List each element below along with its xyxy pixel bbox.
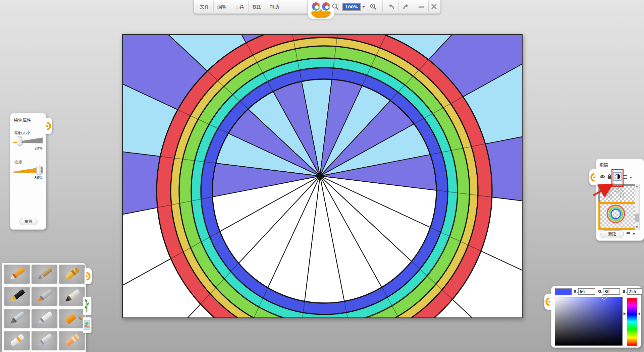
slider-value: 86% — [10, 176, 43, 180]
green-value-field[interactable] — [603, 288, 620, 295]
clown-ear-icon — [590, 173, 595, 182]
tool-ink-brush[interactable] — [59, 287, 85, 306]
tool-palette-panel — [2, 263, 86, 352]
toolbar-separator — [398, 1, 399, 12]
toolbar-separator — [382, 1, 383, 12]
paint-tube-icon — [4, 331, 30, 350]
flat-brush-icon — [32, 287, 57, 306]
close-icon — [430, 3, 438, 10]
zoom-in-icon — [369, 3, 377, 11]
slider-softness[interactable] — [13, 166, 43, 174]
chevron-down-icon — [362, 6, 365, 8]
menu-file[interactable]: 文件 — [196, 0, 213, 13]
annotation-arrow — [589, 182, 617, 198]
crayon-icon — [59, 265, 85, 284]
magic-tools-button[interactable] — [322, 2, 330, 11]
ink-brush-icon — [59, 287, 85, 306]
chevron-down-icon[interactable] — [630, 177, 632, 178]
clown-ear-icon — [545, 297, 550, 306]
tool-pencil[interactable] — [4, 265, 30, 284]
slider-value: 20% — [10, 146, 43, 151]
close-button[interactable] — [428, 1, 440, 13]
hue-marker-left-icon[interactable] — [624, 312, 626, 315]
tool-carving-knife[interactable] — [32, 331, 57, 350]
tool-charcoal-pencil[interactable] — [32, 265, 57, 284]
layer-menu-button[interactable] — [627, 231, 633, 237]
saturation-value-square[interactable] — [555, 297, 623, 346]
app-window: { "toolbar": { "menus": [ {"key":"file",… — [0, 0, 644, 352]
toolbar-separator — [307, 1, 308, 12]
zoom-in-button[interactable] — [368, 1, 379, 13]
undo-icon — [387, 2, 395, 11]
zoom-out-icon — [331, 3, 339, 11]
tool-crayon[interactable] — [59, 265, 85, 284]
reset-button[interactable]: 重置 — [19, 218, 38, 225]
palette-mode-button[interactable] — [312, 2, 320, 11]
zoom-out-button[interactable] — [330, 1, 341, 13]
tool-palette-handle[interactable] — [85, 268, 92, 284]
eye-icon — [599, 174, 605, 180]
minimize-icon — [418, 3, 425, 10]
sticker-icon — [83, 317, 91, 332]
zoom-dropdown-button[interactable] — [362, 5, 366, 9]
drawing-canvas[interactable] — [122, 34, 523, 318]
zoom-level-select[interactable]: 100% — [342, 3, 361, 11]
plant-icon — [83, 297, 91, 314]
slider-brush-size[interactable] — [13, 136, 43, 145]
blue-label: B: — [623, 289, 627, 294]
slider-handle[interactable] — [36, 166, 42, 175]
tool-eraser[interactable] — [59, 331, 85, 350]
slider-label: 笔触大小 — [14, 130, 30, 136]
color-picker-handle[interactable] — [544, 294, 552, 310]
redo-button[interactable] — [399, 1, 413, 13]
red-value-field[interactable] — [578, 288, 595, 295]
color-picker-panel: R: G: B: — [551, 286, 641, 348]
rainbow-wheel-drawing — [123, 35, 522, 317]
layer-item-rainbow-selected[interactable] — [598, 202, 637, 230]
menu-tools[interactable]: 工具 — [231, 0, 248, 13]
plant-stamp-tool-button[interactable] — [83, 297, 92, 315]
pencil-icon — [4, 265, 30, 284]
main-toolbar: 文件编辑工具视图帮助 100% — [194, 0, 441, 14]
toolbar-separator — [414, 1, 414, 12]
sticker-tool-button[interactable] — [83, 317, 92, 333]
scroll-down-icon[interactable] — [636, 226, 638, 228]
chevron-down-icon[interactable] — [633, 233, 635, 235]
new-layer-button[interactable]: 新建 — [600, 230, 624, 238]
color-cursor-icon[interactable] — [602, 295, 607, 300]
blue-value-field[interactable] — [627, 288, 642, 295]
paint-roller-icon — [59, 309, 85, 328]
clown-ear-icon — [46, 122, 51, 130]
current-color-swatch[interactable] — [555, 288, 572, 295]
eraser-icon — [59, 331, 85, 350]
tool-paint-tube[interactable] — [4, 331, 30, 350]
tool-paint-roller[interactable] — [59, 309, 85, 328]
panel-title: 图层 — [599, 162, 608, 168]
menu-view[interactable]: 视图 — [248, 0, 266, 13]
zoom-level-value: 100% — [343, 4, 360, 10]
layer-visibility-button[interactable] — [599, 174, 605, 180]
palette-knife-icon — [32, 309, 57, 328]
scroll-up-icon[interactable] — [636, 185, 638, 187]
menu-help[interactable]: 帮助 — [266, 0, 283, 13]
hue-marker-right-icon[interactable] — [638, 312, 640, 315]
pencil-panel-handle[interactable] — [45, 118, 52, 134]
layers-scrollbar[interactable] — [635, 184, 640, 230]
hue-bar[interactable] — [627, 298, 637, 346]
tool-fountain-pen[interactable] — [4, 287, 30, 306]
menu-edit[interactable]: 编辑 — [213, 0, 231, 13]
pencil-properties-panel: 铅笔属性 笔触大小20%软度86% 重置 — [10, 113, 46, 230]
redo-icon — [402, 2, 411, 11]
tool-airbrush[interactable] — [4, 309, 30, 328]
airbrush-icon — [4, 309, 30, 328]
scrollbar-thumb[interactable] — [635, 214, 639, 222]
charcoal-pencil-icon — [32, 265, 57, 284]
tool-palette-knife[interactable] — [32, 309, 57, 328]
fountain-pen-icon — [4, 287, 30, 306]
slider-handle[interactable] — [17, 136, 22, 145]
minimize-button[interactable] — [415, 1, 427, 13]
undo-button[interactable] — [384, 1, 398, 13]
layer-options-button[interactable] — [623, 175, 629, 181]
tool-flat-brush[interactable] — [32, 287, 57, 306]
slider-label: 软度 — [14, 160, 22, 165]
